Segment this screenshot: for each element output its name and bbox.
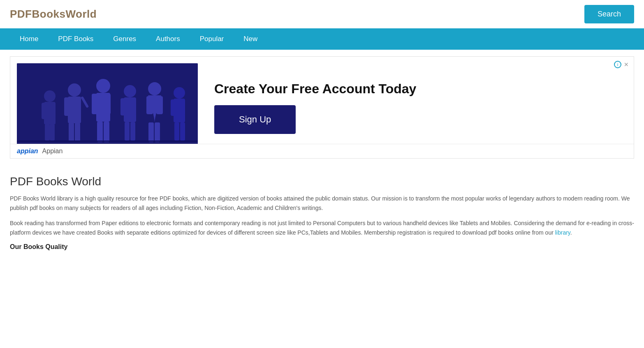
svg-point-19: [124, 85, 136, 97]
ad-controls: i ✕: [614, 61, 629, 68]
svg-rect-28: [148, 122, 154, 142]
nav-list: Home PDF Books Genres Authors Popular Ne…: [10, 28, 634, 50]
site-logo[interactable]: PDFBooksWorld: [10, 8, 97, 21]
svg-point-1: [44, 90, 56, 102]
page-title: PDF Books World: [10, 175, 634, 188]
nav-link-home[interactable]: Home: [10, 28, 48, 50]
svg-rect-32: [171, 99, 176, 116]
svg-rect-35: [180, 122, 185, 141]
nav-link-authors[interactable]: Authors: [146, 28, 190, 50]
ad-headline: Create Your Free Account Today: [214, 81, 416, 97]
description-paragraph-1: PDF Books World library is a high qualit…: [10, 194, 634, 213]
paragraph2-text: Book reading has transformed from Paper …: [10, 220, 634, 236]
library-link[interactable]: library: [555, 229, 570, 236]
nav-link-new[interactable]: New: [234, 28, 267, 50]
nav-item-popular: Popular: [190, 28, 234, 50]
svg-point-13: [96, 79, 110, 93]
nav-item-new: New: [234, 28, 267, 50]
main-content: PDF Books World PDF Books World library …: [0, 165, 644, 260]
nav-item-pdf-books: PDF Books: [48, 28, 103, 50]
svg-rect-24: [130, 122, 135, 141]
svg-rect-10: [74, 97, 81, 116]
nav-item-authors: Authors: [146, 28, 190, 50]
svg-rect-22: [130, 98, 136, 115]
ad-close-icon[interactable]: ✕: [624, 61, 629, 68]
svg-rect-12: [75, 123, 80, 141]
nav-link-popular[interactable]: Popular: [190, 28, 234, 50]
logo-text: PDFBooksWorld: [10, 8, 97, 20]
svg-rect-34: [174, 122, 179, 141]
ad-content: Create Your Free Account Today Sign Up: [214, 81, 627, 134]
svg-rect-18: [104, 122, 109, 142]
nav-link-genres[interactable]: Genres: [103, 28, 146, 50]
ad-banner: i ✕: [10, 56, 634, 159]
appian-brand-name: Appian: [42, 147, 63, 155]
description-paragraph-2: Book reading has transformed from Paper …: [10, 219, 634, 237]
svg-point-7: [68, 83, 81, 97]
svg-rect-6: [50, 124, 55, 141]
svg-rect-16: [104, 94, 111, 114]
svg-rect-5: [45, 124, 50, 141]
svg-rect-33: [179, 99, 185, 116]
svg-rect-4: [50, 103, 56, 119]
ad-signup-button[interactable]: Sign Up: [214, 105, 296, 134]
svg-rect-29: [155, 122, 160, 142]
svg-point-30: [174, 87, 185, 99]
ad-footer: appian Appian: [10, 144, 634, 158]
header: PDFBooksWorld Search: [0, 0, 644, 28]
svg-rect-17: [97, 122, 103, 142]
appian-logo: appian: [17, 147, 38, 155]
svg-point-25: [148, 82, 161, 95]
nav-link-pdf-books[interactable]: PDF Books: [48, 28, 103, 50]
ad-info-icon[interactable]: i: [614, 61, 621, 68]
quality-heading: Our Books Quality: [10, 243, 634, 251]
svg-rect-21: [120, 98, 127, 115]
svg-rect-15: [92, 94, 99, 114]
nav-item-home: Home: [10, 28, 48, 50]
nav-item-genres: Genres: [103, 28, 146, 50]
svg-rect-38: [17, 141, 198, 142]
svg-rect-26: [146, 96, 153, 114]
search-button[interactable]: Search: [584, 5, 634, 23]
svg-rect-23: [125, 122, 130, 141]
ad-illustration: [17, 63, 198, 152]
main-nav: Home PDF Books Genres Authors Popular Ne…: [0, 28, 644, 50]
svg-rect-11: [69, 123, 74, 141]
svg-rect-3: [42, 103, 47, 119]
svg-rect-9: [64, 97, 71, 116]
